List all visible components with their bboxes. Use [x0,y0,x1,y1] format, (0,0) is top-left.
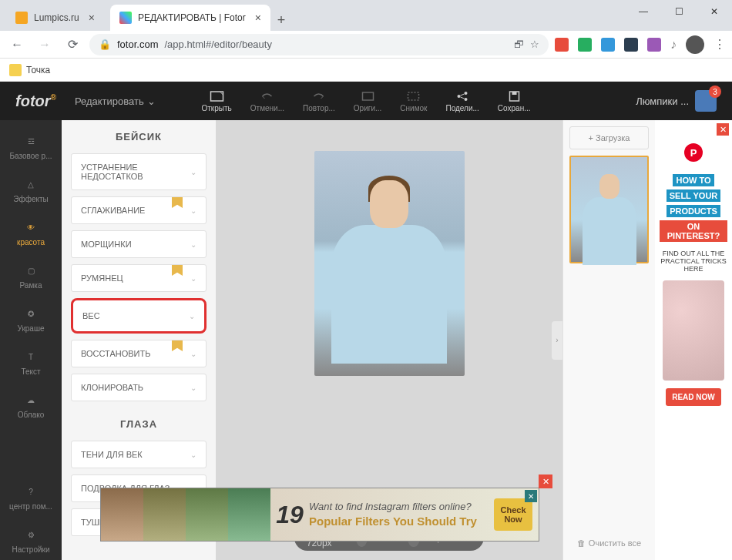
ad-line: HOW TO [673,174,714,186]
menu-icon[interactable]: ⋮ [714,37,726,52]
tool-restore[interactable]: ВОССТАНОВИТЬ⌄ [71,340,207,367]
star-icon: ✪ [22,305,39,322]
new-tab-button[interactable]: + [270,9,292,31]
banner-thumb [186,488,228,541]
chevron-down-icon: ⌄ [190,350,196,358]
bookmark-item[interactable]: Точка [26,65,50,75]
ad-line: PRODUCTS [667,205,720,217]
eye-icon: 👁 [22,219,39,236]
svg-point-5 [464,98,467,101]
tab-title: Lumpics.ru [34,12,79,23]
premium-badge-icon [172,265,183,276]
tool-blemish[interactable]: УСТРАНЕНИЕ НЕДОСТАТКОВ⌄ [71,153,207,190]
translate-icon[interactable]: 🗗 [514,39,524,50]
fotor-app: fotor® Редактировать ⌄ Открыть Отмени...… [0,82,732,560]
ext-icon[interactable] [555,38,569,52]
trash-icon: 🗑 [577,538,586,548]
rail-settings[interactable]: ⚙Настройки [0,520,62,560]
tool-blush[interactable]: РУМЯНЕЦ⌄ [71,264,207,292]
read-now-button[interactable]: READ NOW [666,388,721,406]
triangle-icon: △ [22,176,39,193]
notification-badge: 3 [709,86,721,98]
rail-stickers[interactable]: ✪Украше [0,299,62,339]
profile-avatar[interactable] [686,35,704,54]
minimize-button[interactable]: — [626,0,661,23]
help-icon: ? [22,483,39,500]
edit-label: Редактировать [75,96,144,107]
banner-subtitle: Popular Filters You Should Try [309,514,494,529]
user-info[interactable]: Люмпики ... 3 [636,90,717,112]
bottom-banner-ad[interactable]: ✕ 19 Want to find Instagram filters onli… [100,488,539,542]
ext-icon[interactable] [601,38,615,52]
back-button[interactable]: ← [6,34,28,55]
premium-badge-icon [172,197,183,208]
tool-wrinkles[interactable]: МОРЩИНКИ⌄ [71,230,207,258]
tab-lumpics[interactable]: Lumpics.ru × [6,5,104,31]
close-button[interactable]: ✕ [697,0,732,23]
panel-title-basic: БЕЙСИК [62,120,216,153]
banner-close-button[interactable]: ✕ [525,490,537,502]
share-button[interactable]: Подели... [445,90,478,112]
ad-sidebar: ✕ P HOW TO SELL YOUR PRODUCTS ON PINTERE… [655,120,732,560]
url-host: fotor.com [117,39,158,50]
close-icon[interactable]: × [255,12,261,24]
edit-dropdown[interactable]: Редактировать ⌄ [75,96,156,107]
reload-button[interactable]: ⟳ [62,34,83,55]
rail-beauty[interactable]: 👁красота [0,213,62,253]
url-field[interactable]: 🔒 fotor.com/app.html#/editor/beauty 🗗 ☆ [89,34,549,55]
thumbnail[interactable] [569,156,649,263]
banner-thumb [228,488,270,541]
premium-badge-icon [172,340,183,351]
undo-button[interactable]: Отмени... [250,90,284,112]
svg-rect-1 [362,92,373,100]
chevron-down-icon: ⌄ [190,206,196,215]
ad-line: SELL YOUR [667,189,721,202]
person-body [331,225,447,364]
close-icon[interactable]: × [89,12,95,24]
tool-clone[interactable]: КЛОНИРОВАТЬ⌄ [71,374,207,401]
tool-weight[interactable]: ВЕС⌄ [71,298,207,334]
rail-help[interactable]: ?центр пом... [0,477,62,517]
ext-icon[interactable] [578,38,592,52]
rail-text[interactable]: TТекст [0,342,62,382]
ext-icon[interactable] [647,38,661,52]
original-button[interactable]: Ориги... [354,90,382,112]
chevron-down-icon: ⌄ [190,384,196,392]
forward-button[interactable]: → [34,34,55,55]
ext-icon[interactable] [624,38,638,52]
snapshot-button[interactable]: Снимок [400,90,427,112]
rail-basic[interactable]: ☲Базовое р... [0,126,62,166]
text-icon: T [22,348,39,365]
tool-smooth[interactable]: СГЛАЖИВАНИЕ⌄ [71,196,207,224]
username: Люмпики ... [636,96,689,107]
svg-point-4 [464,92,467,95]
side-rail: ☲Базовое р... △Эффекты 👁красота ▢Рамка ✪… [0,120,62,560]
user-avatar[interactable]: 3 [695,90,717,112]
maximize-button[interactable]: ☐ [661,0,697,23]
fotor-logo[interactable]: fotor® [15,92,56,110]
notes-icon[interactable]: ♪ [670,38,677,52]
rail-frame[interactable]: ▢Рамка [0,256,62,296]
banner-dismiss-button[interactable]: ✕ [539,474,552,488]
banner-cta-button[interactable]: CheckNow [494,498,532,531]
tool-eyeshadow[interactable]: ТЕНИ ДЛЯ ВЕК⌄ [71,441,207,468]
open-button[interactable]: Открыть [202,90,232,112]
clear-all-button[interactable]: 🗑 Очистить все [569,532,649,554]
rail-effects[interactable]: △Эффекты [0,169,62,210]
save-button[interactable]: Сохран... [498,90,531,112]
chevron-down-icon: ⌄ [147,96,156,107]
upload-button[interactable]: + Загрузка [569,126,649,149]
redo-button[interactable]: Повтор... [303,90,335,112]
ad-close-button[interactable]: ✕ [717,123,729,136]
gear-icon: ⚙ [22,526,39,543]
ad-line: ON PINTEREST? [660,220,727,242]
tab-fotor[interactable]: РЕДАКТИРОВАТЬ | Fotor × [110,5,270,31]
lock-icon: 🔒 [99,39,111,50]
banner-thumb [143,488,186,541]
favicon-icon [119,12,132,24]
expand-handle[interactable]: › [552,321,562,360]
star-icon[interactable]: ☆ [530,39,539,50]
canvas-image[interactable] [314,151,465,376]
rail-cloud[interactable]: ☁Облако [0,385,62,425]
pinterest-icon[interactable]: P [684,143,703,162]
